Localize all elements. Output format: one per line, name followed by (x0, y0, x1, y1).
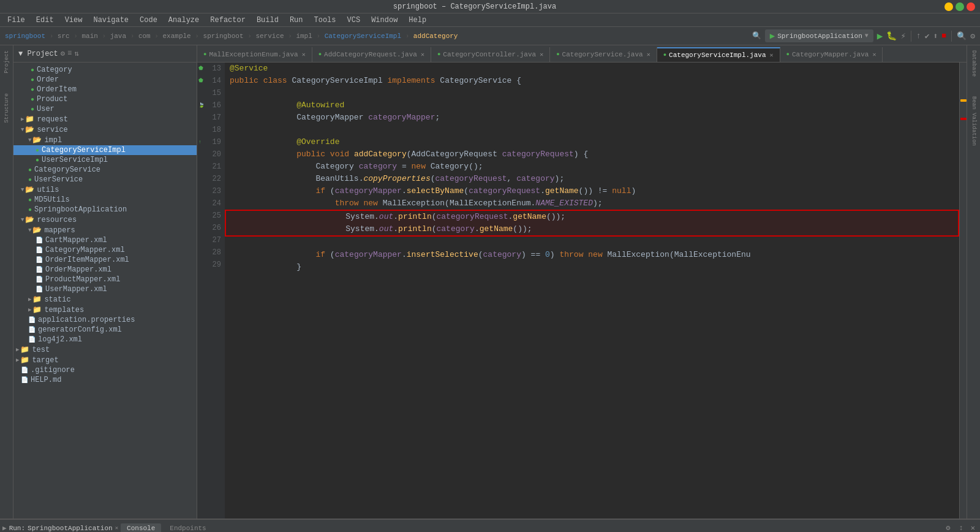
tree-item-product[interactable]: ● Product (13, 94, 197, 104)
java-class-icon: ● (31, 86, 34, 93)
file-icon: 📄 (21, 367, 28, 374)
code-line-28: if (categoryMapper.insertSelective(categ… (225, 249, 959, 261)
bean-validation-tab[interactable]: Bean Validation (971, 96, 977, 146)
tab-close-icon4[interactable]: ✕ (647, 51, 650, 58)
tree-item-userserviceimpl[interactable]: ● UserServiceImpl (13, 155, 197, 165)
close-button[interactable] (967, 2, 975, 11)
tab-close-icon5[interactable]: ✕ (770, 51, 774, 59)
line-num-27: 27 (197, 234, 225, 246)
tree-item-helpmd[interactable]: 📄 HELP.md (13, 375, 197, 385)
tree-item-impl[interactable]: ▼ 📂 impl (13, 135, 197, 145)
tab-categorymapper[interactable]: ● CategoryMapper.java ✕ (780, 47, 883, 62)
tree-item-templates[interactable]: ▶ 📁 templates (13, 305, 197, 315)
menu-build[interactable]: Build (252, 15, 284, 26)
bottom-close-icon[interactable]: ✕ (968, 523, 978, 532)
stop-button[interactable]: ■ (941, 31, 946, 40)
menu-view[interactable]: View (60, 15, 88, 26)
tree-item-orderitem[interactable]: ● OrderItem (13, 85, 197, 94)
tree-item-request[interactable]: ▶ 📁 request (13, 114, 197, 124)
tree-item-gitignore[interactable]: 📄 .gitignore (13, 365, 197, 375)
tree-item-generatorconfig[interactable]: 📄 generatorConfig.xml (13, 325, 197, 335)
search-everywhere-button[interactable]: 🔍 (957, 31, 967, 41)
tab-close-icon6[interactable]: ✕ (872, 51, 876, 58)
vcs-commit-button[interactable]: ✔ (925, 31, 930, 41)
tree-item-resources[interactable]: ▼ 📂 resources (13, 215, 197, 225)
run-configuration[interactable]: ▶ SpringbootApplication ▼ (765, 29, 873, 42)
tree-item-md5utils[interactable]: ● MD5Utils (13, 195, 197, 205)
editor-area: ● MallExceptionEnum.java ✕ ● AddCategory… (197, 45, 967, 519)
menu-window[interactable]: Window (366, 15, 402, 26)
tree-item-mappers[interactable]: ▼ 📂 mappers (13, 225, 197, 235)
menu-code[interactable]: Code (135, 15, 162, 26)
tree-item-usermapper[interactable]: 📄 UserMapper.xml (13, 284, 197, 294)
database-tab[interactable]: Database (971, 50, 977, 77)
menu-refactor[interactable]: Refactor (205, 15, 251, 26)
file-icon: 📄 (21, 376, 28, 384)
bottom-tab-endpoints[interactable]: Endpoints (164, 523, 212, 533)
tab-mallexceptionenum[interactable]: ● MallExceptionEnum.java ✕ (197, 47, 312, 62)
tree-item-log4j2[interactable]: 📄 log4j2.xml (13, 335, 197, 344)
tree-item-utils[interactable]: ▼ 📂 utils (13, 184, 197, 195)
menu-analyze[interactable]: Analyze (164, 15, 204, 26)
maximize-button[interactable] (956, 2, 964, 11)
menu-navigate[interactable]: Navigate (88, 15, 134, 26)
bottom-expand-icon[interactable]: ↕ (957, 524, 966, 533)
menu-edit[interactable]: Edit (31, 15, 59, 26)
tab-close-icon2[interactable]: ✕ (421, 51, 424, 58)
bottom-tab-console[interactable]: Console (121, 523, 161, 533)
tree-item-springbootapp[interactable]: ● SpringbootApplication (13, 205, 197, 215)
java-class-icon: ● (31, 77, 34, 83)
menu-tools[interactable]: Tools (309, 15, 341, 26)
tree-item-order[interactable]: ● Order (13, 75, 197, 85)
folder-icon: 📁 (32, 295, 42, 304)
vcs-update-button[interactable]: ↑ (916, 31, 921, 40)
tab-addcategoryrequest[interactable]: ● AddCategoryRequest.java ✕ (312, 47, 431, 62)
java-class-icon: ● (31, 96, 34, 103)
tree-item-category[interactable]: ● Category (13, 65, 197, 75)
run-button[interactable]: ▶ (877, 30, 883, 42)
menu-run[interactable]: Run (285, 15, 308, 26)
tree-item-userservice[interactable]: ● UserService (13, 175, 197, 184)
tree-item-appprops[interactable]: 📄 application.properties (13, 315, 197, 325)
project-tab[interactable]: Project (4, 50, 10, 74)
structure-tab[interactable]: Structure (4, 93, 10, 123)
run-close-icon[interactable]: ✕ (115, 525, 118, 531)
tree-item-categoryserviceimpl[interactable]: ● CategoryServiceImpl (13, 145, 197, 155)
tab-categorycontroller[interactable]: ● CategoryController.java ✕ (431, 47, 550, 62)
tab-categoryserviceimpl[interactable]: ● CategoryServiceImpl.java ✕ (657, 47, 780, 62)
menu-file[interactable]: File (2, 15, 30, 26)
debug-button[interactable]: 🐛 (886, 31, 897, 41)
tab-categoryservice[interactable]: ● CategoryService.java ✕ (550, 47, 657, 62)
coverage-button[interactable]: ⚡ (900, 31, 905, 41)
tree-item-static[interactable]: ▶ 📁 static (13, 294, 197, 305)
tree-item-cartmapper[interactable]: 📄 CartMapper.xml (13, 235, 197, 245)
tree-item-categoryservice[interactable]: ● CategoryService (13, 165, 197, 175)
java-icon: ● (786, 51, 790, 58)
line-num-13: ⬟ 13 (197, 63, 225, 75)
tree-item-productmapper[interactable]: 📄 ProductMapper.xml (13, 275, 197, 284)
sidebar-gear-icon[interactable]: ⚙ (61, 49, 65, 58)
tree-item-ordermapper[interactable]: 📄 OrderMapper.xml (13, 265, 197, 275)
tree-item-target[interactable]: ▶ 📁 target (13, 355, 197, 365)
tree-item-categorymapper[interactable]: 📄 CategoryMapper.xml (13, 245, 197, 255)
bottom-gear-icon[interactable]: ⚙ (942, 523, 954, 532)
menu-help[interactable]: Help (404, 15, 431, 26)
run-app-name[interactable]: SpringbootApplication (28, 525, 113, 532)
sidebar-filter-icon[interactable]: ≡ (67, 49, 72, 58)
tab-close-icon[interactable]: ✕ (302, 51, 306, 58)
tree-item-user[interactable]: ● User (13, 104, 197, 114)
sidebar-expand-icon[interactable]: ⇅ (74, 49, 78, 58)
settings-button[interactable]: ⚙ (970, 31, 975, 41)
minimize-button[interactable] (944, 2, 953, 11)
tree-item-orderitemmapper[interactable]: 📄 OrderItemMapper.xml (13, 255, 197, 265)
chevron-down-icon: ▼ (21, 187, 24, 193)
menu-vcs[interactable]: VCS (342, 15, 366, 26)
tree-item-test[interactable]: ▶ 📁 test (13, 344, 197, 355)
line-num-22: 22 (197, 173, 225, 185)
run-panel-icon[interactable]: ▶ (2, 524, 7, 532)
vcs-push-button[interactable]: ⬆ (933, 31, 938, 41)
tab-close-icon3[interactable]: ✕ (540, 51, 543, 58)
toolbar-icon-search[interactable]: 🔍 (752, 31, 761, 40)
tree-item-service[interactable]: ▼ 📂 service (13, 124, 197, 135)
code-content[interactable]: @Service public class CategoryServiceImp… (225, 63, 959, 519)
